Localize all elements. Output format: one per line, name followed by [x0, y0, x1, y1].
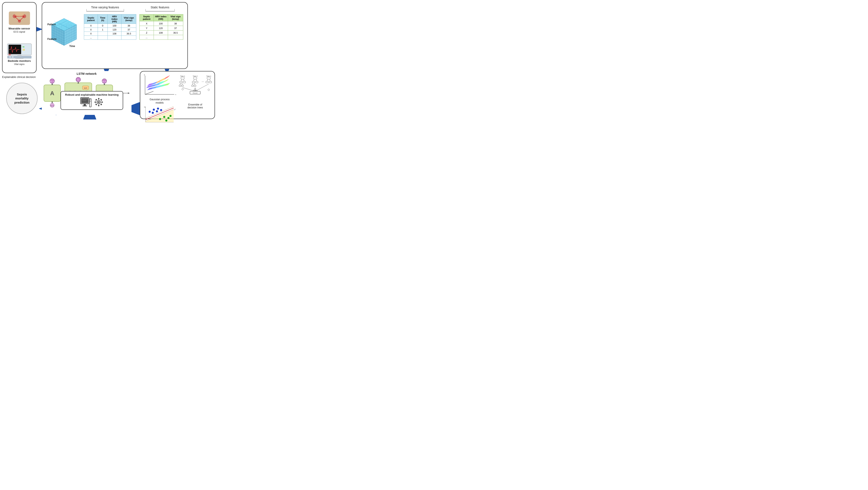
- tv-header-4: Vital sign (temp): [121, 15, 136, 24]
- svg-rect-178: [195, 81, 198, 83]
- gaussian-label: Gaussian processmodels: [143, 98, 176, 105]
- svg-rect-177: [192, 81, 195, 83]
- svg-text:Tree 2: Tree 2: [193, 75, 198, 77]
- svg-rect-118: [101, 102, 103, 103]
- svg-rect-117: [95, 102, 96, 103]
- table-row: Z10836.5: [140, 30, 183, 35]
- table-row: ...: [140, 35, 183, 40]
- svg-rect-120: [100, 99, 102, 101]
- st-header-2: HRV index (HR): [154, 15, 168, 21]
- svg-rect-182: [194, 85, 196, 86]
- models-box: x y Gaussian processmodels: [140, 71, 215, 119]
- svg-point-152: [152, 112, 154, 114]
- svg-marker-198: [208, 89, 210, 91]
- svg-text:h₍ₜ₋₁₎: h₍ₜ₋₁₎: [50, 80, 54, 83]
- svg-point-154: [160, 109, 162, 111]
- svg-line-166: [183, 79, 184, 81]
- wearable-sensor-image: [7, 10, 32, 27]
- svg-text:tanh: tanh: [84, 87, 87, 89]
- ensemble-label: Ensemble ofdecision trees: [179, 103, 212, 109]
- svg-text:y: y: [144, 74, 145, 76]
- svg-point-158: [165, 119, 167, 121]
- decision-tree-area: Tree 1 Tree 2: [179, 75, 212, 109]
- svg-text:x: x: [175, 93, 176, 95]
- svg-rect-167: [180, 81, 182, 83]
- svm-area: x₁ x₂ b=0 Support vectormachines: [144, 106, 176, 122]
- data-features-box: Time varying features Static features: [42, 2, 188, 69]
- table-row: X010038: [84, 24, 136, 28]
- svg-text:Feature: Feature: [48, 37, 57, 40]
- sensor-box: Wearable sensor ECG signal 60 98 15: [2, 2, 36, 73]
- svg-text:Result: Result: [193, 92, 198, 94]
- svg-text:Tree n: Tree n: [207, 75, 211, 77]
- svg-rect-24: [17, 55, 22, 56]
- main-diagram: Wearable sensor ECG signal 60 98 15: [0, 0, 217, 122]
- ml-box-title: Robust and explainable machine learning: [61, 93, 123, 96]
- svg-line-180: [194, 83, 195, 85]
- svg-text:x₍ₜ₋₁₎: x₍ₜ₋₁₎: [51, 105, 54, 107]
- table-row: X10836.5: [84, 32, 136, 36]
- monitor-image: 60 98 15: [7, 43, 32, 59]
- svg-point-155: [159, 118, 161, 120]
- svg-rect-174: [193, 77, 197, 79]
- svg-point-114: [98, 101, 99, 103]
- svg-point-156: [163, 116, 165, 118]
- svg-text:60: 60: [8, 54, 11, 56]
- svg-rect-189: [209, 81, 212, 83]
- svg-line-170: [182, 83, 182, 85]
- svg-rect-119: [95, 99, 97, 101]
- computer-icon: [80, 97, 91, 108]
- svg-point-151: [157, 108, 159, 110]
- gaussian-process-area: x y Gaussian processmodels: [143, 74, 176, 105]
- svg-line-186: [207, 79, 208, 81]
- svg-rect-172: [182, 85, 183, 86]
- svg-line-179: [192, 83, 193, 85]
- vital-signs-label: Vital signs: [14, 63, 25, 65]
- gear-icon: [93, 97, 104, 107]
- table-row: X10038: [140, 21, 183, 26]
- svg-text:b=0: b=0: [174, 108, 176, 111]
- svg-rect-164: [181, 77, 184, 79]
- svg-point-149: [149, 111, 151, 113]
- st-header-1: Septic patient: [140, 15, 154, 21]
- svg-marker-140: [164, 75, 170, 80]
- table-row: ...: [84, 36, 136, 40]
- lstm-title: LSTM network: [43, 72, 130, 76]
- svg-line-169: [180, 83, 181, 85]
- svg-rect-112: [90, 101, 91, 102]
- svg-rect-116: [98, 105, 99, 106]
- svg-text:Time: Time: [69, 45, 75, 48]
- svg-point-153: [156, 110, 158, 112]
- static-title: Static features: [151, 6, 169, 9]
- tv-header-1: Septic patient: [84, 15, 98, 24]
- svg-text:Patient: Patient: [48, 23, 56, 26]
- table-row: Y12037: [140, 26, 183, 30]
- svg-point-159: [169, 115, 172, 117]
- explainable-label: Explainable clinical decision: [2, 76, 36, 79]
- sepsis-label: Sepsis mortality prediction: [14, 92, 30, 105]
- svg-rect-108: [84, 104, 86, 106]
- table-row: X112037: [84, 28, 136, 32]
- svg-rect-185: [207, 77, 210, 79]
- svg-text:h₍ₜ₊₁₎: h₍ₜ₊₁₎: [102, 80, 106, 83]
- svg-line-125: [145, 91, 153, 94]
- sepsis-circle: Sepsis mortality prediction: [6, 83, 37, 114]
- static-table: Septic patient HRV index (HR) Vital sign…: [140, 14, 183, 40]
- svg-line-195: [195, 84, 209, 91]
- ecg-signal-label: ECG signal: [13, 30, 25, 33]
- svg-text:15: 15: [23, 49, 25, 51]
- svg-point-111: [90, 99, 91, 100]
- svg-text:98: 98: [23, 46, 24, 48]
- st-header-3: Vital sign (temp): [168, 15, 183, 21]
- svg-rect-109: [83, 106, 87, 106]
- svg-point-22: [9, 56, 11, 58]
- svg-text:Tree 1: Tree 1: [180, 75, 185, 77]
- svg-rect-181: [192, 85, 193, 86]
- monitor-label: Bedside monitors: [8, 59, 31, 62]
- tv-header-2: Time (h): [98, 15, 108, 24]
- svg-rect-115: [98, 98, 99, 99]
- svg-text:hₜ: hₜ: [78, 79, 79, 81]
- svg-text:x₂: x₂: [144, 106, 146, 108]
- svg-text:...: ...: [202, 79, 204, 83]
- svg-point-157: [167, 117, 169, 119]
